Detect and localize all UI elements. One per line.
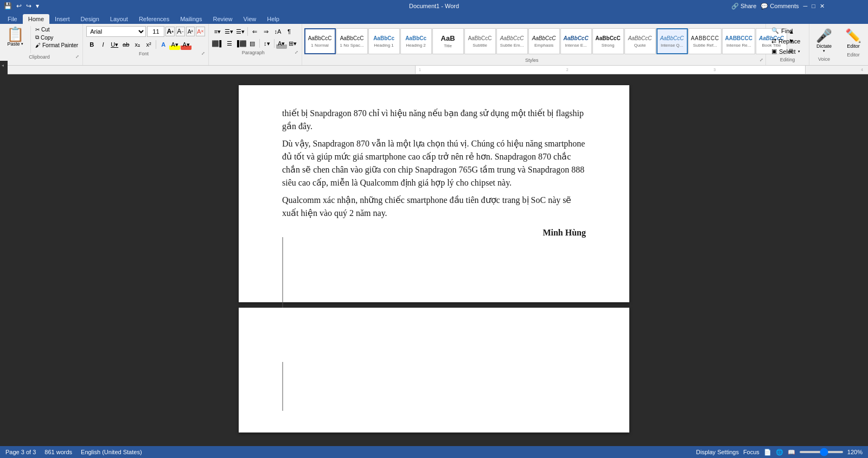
focus-button[interactable]: Focus	[743, 449, 760, 455]
bullets-button[interactable]: ≡▾	[212, 26, 223, 37]
tab-references[interactable]: References	[133, 14, 175, 24]
language: English (United States)	[81, 449, 142, 455]
tab-mailings[interactable]: Mailings	[175, 14, 207, 24]
font-color-button[interactable]: A▾	[181, 39, 192, 50]
decrease-indent-button[interactable]: ⇐	[250, 26, 260, 37]
page-2[interactable]	[239, 308, 629, 432]
change-case-button[interactable]: Aᵃ	[186, 27, 195, 36]
clear-format-button[interactable]: A✕	[196, 27, 205, 36]
undo-button[interactable]: ↩	[15, 2, 23, 10]
display-settings-button[interactable]: Display Settings	[696, 449, 739, 455]
format-painter-button[interactable]: 🖌 Format Painter	[34, 42, 79, 49]
style-strong[interactable]: AaBbCcC Strong	[592, 28, 624, 54]
font-shrink-button[interactable]: A−	[176, 27, 185, 36]
zoom-level[interactable]: 120%	[847, 449, 863, 455]
strikethrough-button[interactable]: ab	[120, 39, 131, 50]
shading-button[interactable]: A▾	[276, 38, 287, 49]
select-button[interactable]: ▣ Select ▾	[769, 47, 806, 56]
document-title: Document1 - Word	[409, 3, 459, 9]
superscript-button[interactable]: x²	[143, 39, 154, 50]
minimize-button[interactable]: ─	[803, 3, 808, 9]
paste-button[interactable]: 📋 Paste ▾	[3, 26, 27, 48]
font-expand-icon[interactable]: ⤢	[201, 51, 205, 56]
style-heading2[interactable]: AaBbCc Heading 2	[400, 28, 432, 54]
numbering-button[interactable]: ☰▾	[224, 26, 234, 37]
tab-insert[interactable]: Insert	[49, 14, 75, 24]
font-grow-button[interactable]: A+	[165, 27, 175, 36]
editor-button[interactable]: ✏️ Editor	[843, 26, 864, 51]
sort-button[interactable]: ↕A	[272, 26, 283, 37]
comments-button[interactable]: 💬 Comments	[761, 3, 799, 10]
tab-home[interactable]: Home	[23, 14, 49, 24]
style-subtle-ref[interactable]: AaBbCcC Subtle Ref...	[688, 28, 722, 54]
customize-qa-button[interactable]: ▾	[34, 2, 41, 10]
style-emphasis[interactable]: AaBbCcC Emphasis	[528, 28, 560, 54]
style-intense-emphasis[interactable]: AaBbCcC Intense E...	[560, 28, 592, 54]
underline-button[interactable]: U▾	[109, 39, 120, 50]
format-painter-icon: 🖌	[35, 42, 41, 48]
share-button[interactable]: 🔗 Share	[731, 3, 756, 10]
find-icon: 🔍	[771, 27, 779, 34]
copy-icon: ⧉	[35, 34, 39, 41]
align-right-button[interactable]: ▐⬛	[235, 38, 247, 49]
close-button[interactable]: ✕	[820, 3, 825, 10]
status-left: Page 3 of 3 861 words English (United St…	[5, 449, 142, 455]
subscript-button[interactable]: x₂	[132, 39, 143, 50]
view-mode-web[interactable]: 🌐	[776, 449, 783, 456]
tab-layout[interactable]: Layout	[105, 14, 133, 24]
clipboard-expand-icon[interactable]: ⤢	[75, 54, 79, 59]
borders-button[interactable]: ⊞▾	[288, 38, 298, 49]
dictate-button[interactable]: 🎤 Dictate ▾	[814, 26, 834, 55]
page-info: Page 3 of 3	[5, 449, 36, 455]
redo-button[interactable]: ↪	[24, 2, 33, 10]
sidebar-marker-1[interactable]: ◂	[2, 63, 6, 67]
view-mode-read[interactable]: 📖	[788, 449, 795, 456]
tab-view[interactable]: View	[238, 14, 262, 24]
align-center-button[interactable]: ☰	[224, 38, 235, 49]
show-paragraph-button[interactable]: ¶	[284, 26, 295, 37]
tab-design[interactable]: Design	[75, 14, 105, 24]
line-spacing-button[interactable]: ↕▾	[261, 38, 272, 49]
select-icon: ▣	[771, 48, 777, 55]
ribbon-tabs: File Home Insert Design Layout Reference…	[0, 12, 868, 24]
copy-button[interactable]: ⧉ Copy	[34, 34, 79, 41]
align-left-button[interactable]: ⬛▌	[212, 38, 224, 49]
style-quote[interactable]: AaBbCcC Quote	[624, 28, 656, 54]
page-1-content[interactable]: thiết bị Snapdragon 870 chỉ vì hiệu năng…	[282, 107, 586, 239]
style-subtitle[interactable]: AaBbCcC Subtitle	[464, 28, 496, 54]
status-right: Display Settings Focus 📄 🌐 📖 120%	[696, 449, 863, 456]
italic-button[interactable]: I	[98, 39, 108, 50]
style-intense-quote[interactable]: AaBbCcC Intense Q...	[656, 28, 688, 54]
style-no-spacing[interactable]: AaBbCcC 1 No Spac...	[336, 28, 368, 54]
maximize-button[interactable]: □	[812, 3, 815, 9]
multilevel-button[interactable]: ☰▾	[235, 26, 246, 37]
paste-label: Paste ▾	[7, 41, 23, 47]
editor-group-label: Editor	[843, 52, 864, 58]
styles-expand-icon[interactable]: ⤢	[760, 58, 763, 62]
tab-help[interactable]: Help	[261, 14, 285, 24]
tab-file[interactable]: File	[2, 14, 23, 24]
zoom-slider[interactable]	[800, 451, 843, 453]
font-name-select[interactable]: Arial	[86, 26, 146, 37]
dictate-label: Dictate	[816, 43, 832, 49]
find-button[interactable]: 🔍 Find	[769, 26, 806, 35]
paragraph-expand-icon[interactable]: ⤢	[295, 50, 298, 55]
style-subtle-emphasis[interactable]: AaBbCcC Subtle Em...	[496, 28, 528, 54]
tab-review[interactable]: Review	[208, 14, 238, 24]
highlight-color-button[interactable]: A▾	[169, 39, 180, 50]
style-title[interactable]: AaB Title	[432, 28, 464, 54]
style-heading1[interactable]: AaBbCc Heading 1	[368, 28, 400, 54]
save-button[interactable]: 💾	[2, 2, 14, 10]
increase-indent-button[interactable]: ⇒	[261, 26, 272, 37]
style-normal[interactable]: AaBbCcC 1 Normal	[304, 28, 336, 54]
font-size-input[interactable]	[147, 26, 164, 37]
justify-button[interactable]: ▤	[247, 38, 258, 49]
font-group-label: Font	[86, 51, 201, 56]
view-mode-print[interactable]: 📄	[764, 449, 771, 456]
text-effects-button[interactable]: A	[158, 39, 169, 50]
replace-button[interactable]: ⇄ Replace	[769, 36, 806, 46]
paste-icon: 📋	[7, 27, 24, 41]
style-intense-ref[interactable]: AaBbCcC Intense Re...	[722, 28, 755, 54]
bold-button[interactable]: B	[86, 39, 97, 50]
cut-button[interactable]: ✂ Cut	[34, 26, 79, 33]
